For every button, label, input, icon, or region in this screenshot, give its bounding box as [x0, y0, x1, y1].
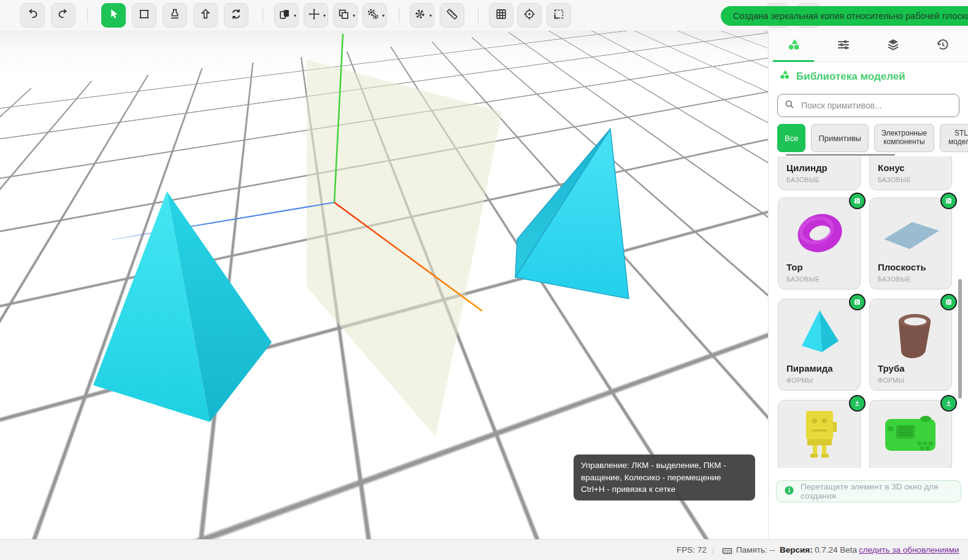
tab-properties[interactable] [818, 31, 868, 61]
version-label: Версия: [780, 545, 813, 554]
filter-electronics[interactable]: Электронные компоненты [874, 124, 934, 152]
toast-message: Создана зеркальная копия относительно ра… [733, 11, 968, 21]
torus-thumbnail [782, 202, 856, 262]
pyramid-model[interactable] [93, 191, 272, 422]
layers-icon [886, 37, 901, 55]
arrow-up-icon [199, 7, 212, 23]
version-value: 0.7.24 Beta [815, 540, 857, 560]
settings-button[interactable]: ▾ [410, 3, 434, 28]
grid-icon [494, 7, 508, 23]
copy-mirror-icon [282, 7, 291, 23]
target-center-button[interactable] [517, 3, 542, 28]
download-badge [849, 395, 866, 412]
plane-thumbnail [874, 202, 948, 262]
generated-badge [849, 294, 866, 310]
viewport-canvas[interactable]: Управление: ЛКМ - выделение, ПКМ - враще… [0, 31, 769, 540]
panel-tabs [769, 31, 968, 62]
marquee-select-button[interactable] [132, 3, 156, 28]
region-select-icon [552, 7, 566, 23]
select-tool-button[interactable] [101, 3, 126, 28]
settings-gear-icon [418, 7, 427, 23]
model-card-tube[interactable]: Труба ФОРМЫ [869, 299, 952, 391]
toolbar-divider [399, 8, 399, 23]
app-window: ▾ ▾ ▾ ▾ ▾ [0, 0, 968, 560]
work-plane[interactable] [307, 59, 502, 437]
move-tool-button[interactable]: ▾ [304, 3, 328, 28]
generated-badge [940, 294, 957, 310]
figure-thumbnail [782, 404, 856, 464]
search-input[interactable] [800, 100, 953, 111]
download-badge [940, 395, 957, 412]
model-card-list: Цилиндр БАЗОВЫЕ Конус БАЗОВЫЕ Тор БАЗОВЫ… [769, 156, 968, 468]
region-select-button[interactable] [547, 3, 571, 28]
chevron-down-icon: ▾ [429, 13, 432, 18]
fps-counter: FPS: 72 [677, 540, 707, 560]
device-thumbnail [874, 404, 948, 464]
controls-tooltip: Управление: ЛКМ - выделение, ПКМ - враще… [574, 455, 755, 501]
stamp-icon [168, 7, 182, 23]
notification-toast: Создана зеркальная копия относительно ра… [721, 6, 968, 26]
transform-settings-button[interactable]: ▾ [363, 3, 387, 28]
drag-hint-text: Перетащите элемент в 3D окно для создани… [801, 482, 953, 501]
toolbar-divider [87, 8, 88, 23]
shapes-icon [778, 69, 791, 84]
filter-stl[interactable]: STL модели [940, 124, 968, 152]
undo-icon [26, 7, 39, 23]
redo-button[interactable] [51, 3, 75, 28]
drag-hint-bar: Перетащите элемент в 3D окно для создани… [776, 480, 961, 502]
model-card-figure[interactable] [778, 400, 861, 468]
updates-link[interactable]: следить за обновлениями [859, 540, 959, 560]
tube-thumbnail [874, 303, 948, 363]
gears-icon [371, 7, 380, 23]
search-icon [784, 99, 795, 112]
tooltip-line: вращение, Колесико - перемещение [581, 472, 748, 484]
tab-library[interactable] [769, 31, 818, 61]
toolbar: ▾ ▾ ▾ ▾ ▾ [0, 0, 968, 31]
tab-layers[interactable] [869, 31, 918, 61]
extrude-up-button[interactable] [193, 3, 218, 28]
toolbar-divider [478, 8, 478, 23]
filter-scrollbar[interactable] [786, 154, 895, 156]
pyramid-thumbnail [782, 303, 856, 363]
pyramid-mirror-model[interactable] [515, 129, 629, 299]
ruler-button[interactable] [440, 3, 464, 28]
filter-all[interactable]: Все [777, 124, 805, 152]
info-icon [784, 485, 794, 497]
chevron-down-icon: ▾ [323, 13, 326, 18]
tooltip-line: Управление: ЛКМ - выделение, ПКМ - [581, 459, 748, 472]
tooltip-line: Ctrl+H - привязка к сетке [581, 483, 748, 496]
tab-history[interactable] [918, 31, 968, 61]
chevron-down-icon: ▾ [294, 13, 296, 18]
filter-primitives[interactable]: Примитивы [811, 124, 869, 152]
marquee-select-icon [137, 7, 151, 23]
chevron-down-icon: ▾ [353, 13, 355, 18]
model-card-cone[interactable]: Конус БАЗОВЫЕ [869, 156, 952, 190]
sidebar: Библиотека моделей Все Примитивы Электро… [768, 31, 968, 540]
shapes-icon [786, 37, 801, 55]
duplicate-button[interactable]: ▾ [333, 3, 358, 28]
memory-icon [721, 544, 733, 556]
model-card-cylinder[interactable]: Цилиндр БАЗОВЫЕ [778, 156, 861, 190]
model-card-torus[interactable]: Тор БАЗОВЫЕ [778, 198, 861, 290]
refresh-icon [229, 7, 243, 23]
sliders-icon [836, 37, 851, 55]
chevron-down-icon: ▾ [382, 13, 385, 18]
search-box [777, 94, 959, 117]
ruler-icon [445, 7, 459, 23]
card-list-scrollbar[interactable] [958, 279, 962, 399]
model-card-pyramid[interactable]: Пирамида ФОРМЫ [778, 299, 861, 391]
undo-button[interactable] [20, 3, 45, 28]
history-icon [935, 37, 950, 55]
grid-toggle-button[interactable] [489, 3, 513, 28]
redo-icon [56, 7, 70, 23]
refresh-tool-button[interactable] [224, 3, 248, 28]
generated-badge [940, 193, 957, 209]
generated-badge [849, 193, 866, 209]
copy-mirror-button[interactable]: ▾ [274, 3, 299, 28]
model-card-device[interactable] [869, 400, 952, 468]
move-icon [312, 7, 321, 23]
statusbar: FPS: 72 | Память: -- Версия: 0.7.24 Beta… [0, 539, 968, 560]
library-header: Библиотека моделей [778, 69, 905, 84]
model-card-plane[interactable]: Плоскость БАЗОВЫЕ [869, 198, 952, 290]
stamp-tool-button[interactable] [163, 3, 187, 28]
